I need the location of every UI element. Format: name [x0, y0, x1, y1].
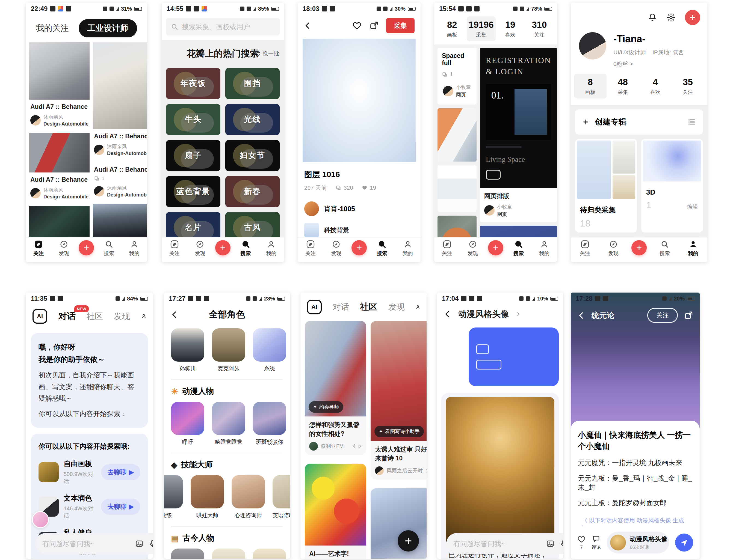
- nav-search[interactable]: 搜索: [235, 240, 256, 257]
- pin-image[interactable]: [93, 42, 147, 129]
- nav-create-button[interactable]: [488, 240, 503, 255]
- hot-tile[interactable]: 扇子: [166, 140, 220, 171]
- post-image[interactable]: [305, 464, 366, 546]
- pin-card[interactable]: Audi A7 :: Behance 沐雨亲风Design-Automobile: [29, 133, 90, 202]
- hot-tile[interactable]: 年夜饭: [166, 68, 220, 99]
- avatar[interactable]: [30, 115, 41, 126]
- nav-discover[interactable]: 发现: [54, 240, 74, 257]
- message-input[interactable]: [42, 540, 130, 548]
- pin-card[interactable]: REGISTRATION & LOGIN 01. Living Space 网页…: [480, 48, 557, 222]
- chat-title[interactable]: 动漫风格头像: [458, 308, 509, 320]
- stat-likes[interactable]: 4喜欢: [639, 74, 672, 99]
- stat-boards[interactable]: 82画板: [438, 16, 467, 41]
- avatar[interactable]: [484, 205, 495, 216]
- go-chat-button[interactable]: 去聊聊▶: [101, 464, 140, 480]
- author-name[interactable]: 小牧童: [497, 204, 512, 210]
- role-item[interactable]: 心理咨询师: [231, 475, 265, 519]
- pin-image[interactable]: [29, 206, 90, 243]
- role-item[interactable]: 哈睡觉睡觉: [212, 402, 245, 446]
- nav-search[interactable]: 搜索: [654, 240, 675, 257]
- tab-chat[interactable]: 对话: [332, 302, 349, 313]
- heart-icon[interactable]: [352, 21, 361, 30]
- post-author[interactable]: 风雨之后云开时: [387, 467, 423, 474]
- role-item[interactable]: 百科鲁迅: [212, 549, 245, 559]
- stat-follows[interactable]: 35关注: [672, 74, 704, 99]
- hot-tile[interactable]: 围挡: [225, 68, 280, 99]
- avatar[interactable]: [94, 145, 104, 155]
- nav-follow[interactable]: 关注: [28, 240, 49, 257]
- list-view-icon[interactable]: [688, 118, 696, 126]
- pin-image[interactable]: [302, 39, 416, 162]
- nav-discover[interactable]: 发现: [189, 240, 210, 257]
- tab-discover[interactable]: 发现: [389, 302, 405, 313]
- mic-icon[interactable]: [148, 540, 153, 548]
- author-name[interactable]: 沐雨亲风: [43, 114, 88, 120]
- nav-mine[interactable]: 我的: [261, 240, 281, 257]
- hot-tile[interactable]: 牛头: [166, 104, 220, 135]
- suggestion-item[interactable]: 文本润色146.4W次对话 去聊聊▶: [38, 493, 140, 520]
- back-icon[interactable]: [577, 311, 586, 320]
- nav-follow[interactable]: 关注: [300, 240, 321, 257]
- share-icon[interactable]: [684, 311, 693, 320]
- pin-image[interactable]: [438, 108, 477, 162]
- board-name[interactable]: 网页: [456, 91, 471, 98]
- bell-icon[interactable]: [648, 13, 657, 22]
- search-bar[interactable]: [166, 18, 280, 35]
- assistant-sticker-avatar[interactable]: [32, 511, 49, 528]
- nav-mine[interactable]: 我的: [534, 240, 555, 257]
- comment-action[interactable]: 评论: [592, 535, 601, 550]
- tab-my-follow[interactable]: 我的关注: [36, 23, 69, 34]
- board-name[interactable]: Design-Automobile: [107, 151, 147, 156]
- avatar[interactable]: [579, 32, 606, 59]
- person-icon[interactable]: [141, 312, 146, 321]
- album-card[interactable]: 待归类采集 18: [575, 139, 637, 233]
- share-icon[interactable]: [369, 21, 379, 30]
- back-icon[interactable]: [170, 311, 179, 319]
- hot-tile[interactable]: 蓝色背景: [166, 176, 220, 207]
- profile-fans[interactable]: 0粉丝 >: [613, 60, 684, 68]
- pin-card[interactable]: Audi A7 :: Behance 沐雨亲风Design-Automobile: [93, 42, 147, 159]
- refresh-batch-button[interactable]: 换一批: [256, 50, 279, 57]
- role-item[interactable]: 教练: [164, 475, 183, 519]
- stat-pins[interactable]: 19196采集: [467, 16, 496, 41]
- nav-follow[interactable]: 关注: [437, 240, 458, 257]
- post-image[interactable]: [371, 488, 427, 559]
- role-badge[interactable]: ✦约会导师: [308, 401, 343, 413]
- post-card[interactable]: ✦约会导师 怎样和强势又孤僻的女性相处? 叙利亚FM4: [305, 321, 366, 455]
- pin-image[interactable]: [29, 133, 90, 172]
- create-button[interactable]: [685, 10, 700, 25]
- pin-card[interactable]: [438, 108, 477, 162]
- pin-card[interactable]: Audi A7 :: Behance 1 沐雨亲风Design-Automobi…: [93, 162, 147, 200]
- person-icon[interactable]: [416, 302, 420, 312]
- pin-image[interactable]: [29, 42, 90, 100]
- role-item[interactable]: 孙笑川: [171, 328, 204, 372]
- author-name[interactable]: 沐雨亲风: [107, 143, 147, 150]
- role-item[interactable]: 系统: [253, 328, 286, 372]
- board-name[interactable]: Design-Automobile: [43, 194, 88, 200]
- tab-industrial-designer[interactable]: 工业设计师: [79, 19, 137, 37]
- message-field[interactable]: [35, 533, 153, 554]
- back-icon[interactable]: [444, 310, 452, 318]
- nav-mine[interactable]: 我的: [683, 240, 704, 257]
- role-item[interactable]: 英语陪聊Hanna: [272, 475, 290, 519]
- message-field[interactable]: [446, 533, 563, 554]
- avatar[interactable]: [304, 201, 319, 216]
- ai-logo-icon[interactable]: AI: [32, 309, 47, 324]
- avatar[interactable]: [94, 186, 104, 196]
- board-name[interactable]: Design-Automobile: [107, 192, 147, 198]
- generator-pill[interactable]: 动漫风格头像66次对话: [607, 532, 669, 553]
- author-name[interactable]: 肖肖-1005: [324, 204, 355, 213]
- nav-discover[interactable]: 发现: [603, 240, 624, 257]
- tab-community[interactable]: 社区: [360, 301, 378, 313]
- tab-community[interactable]: 社区: [87, 311, 103, 322]
- role-item[interactable]: 文静小丫头: [171, 549, 204, 559]
- like-action[interactable]: 7: [577, 535, 586, 550]
- role-badge[interactable]: ✦看图写诗小助手: [375, 426, 424, 437]
- collect-count[interactable]: 1: [93, 174, 147, 183]
- pin-image[interactable]: [438, 165, 477, 212]
- nav-follow[interactable]: 关注: [575, 240, 595, 257]
- post-image[interactable]: [371, 321, 427, 441]
- stat-pins[interactable]: 48采集: [607, 74, 639, 99]
- pin-card[interactable]: Spaced full 1 小牧童网页: [438, 48, 477, 105]
- nav-mine[interactable]: 我的: [124, 240, 145, 257]
